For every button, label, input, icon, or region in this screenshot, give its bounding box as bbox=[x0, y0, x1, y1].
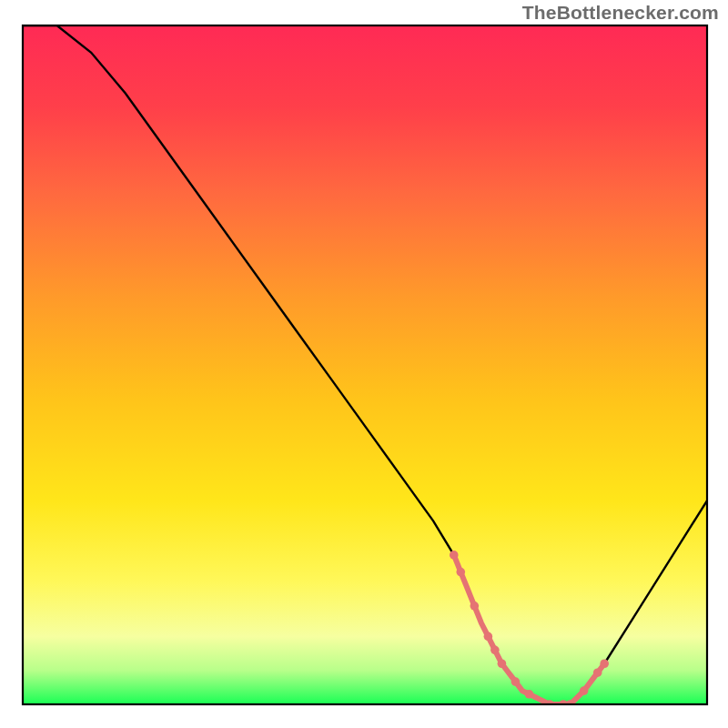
curve-marker bbox=[511, 677, 521, 686]
gradient-background bbox=[23, 25, 707, 704]
curve-marker bbox=[600, 659, 609, 668]
curve-marker bbox=[580, 686, 589, 695]
curve-marker bbox=[490, 646, 500, 655]
curve-marker bbox=[593, 668, 602, 677]
bottleneck-chart bbox=[0, 0, 728, 728]
curve-marker bbox=[456, 568, 465, 577]
curve-marker bbox=[525, 690, 534, 699]
curve-marker bbox=[498, 659, 507, 668]
curve-marker bbox=[450, 551, 459, 560]
curve-marker bbox=[484, 632, 493, 642]
chart-container: TheBottlenecker.com bbox=[0, 0, 728, 728]
curve-marker bbox=[470, 602, 480, 611]
watermark-text: TheBottlenecker.com bbox=[522, 2, 719, 24]
